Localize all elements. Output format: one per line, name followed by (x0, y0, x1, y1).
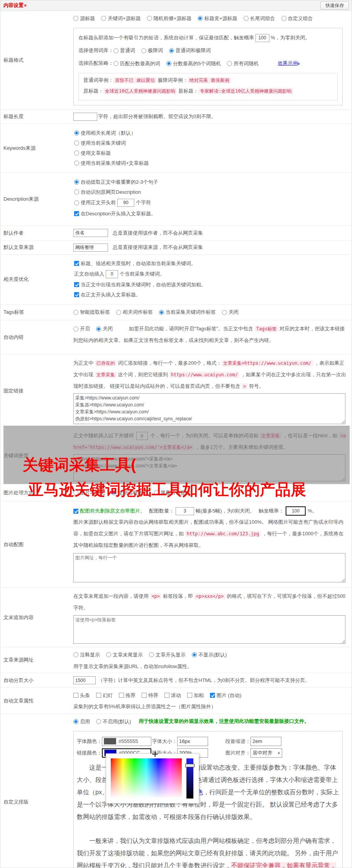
radio-unchecked-icon[interactable] (74, 200, 79, 205)
radio-option[interactable]: 不启用(默认) (96, 717, 131, 726)
radio-option[interactable]: 普通词和极限词 (169, 45, 211, 56)
insert-keyword-count-input[interactable] (106, 270, 118, 278)
slider-handle-icon[interactable] (185, 764, 195, 767)
radio-option[interactable]: 智能提取标签 (73, 308, 110, 317)
checkbox-unchecked-icon[interactable] (119, 693, 124, 698)
radio-unchecked-icon[interactable] (106, 652, 111, 657)
title-length-input[interactable] (73, 113, 97, 121)
checkbox-option[interactable]: 幻灯 (96, 691, 113, 700)
radio-option[interactable]: 相关词作标签 (116, 308, 153, 317)
radio-option[interactable]: 自动提取正文中最重要的2-3个句子 (74, 179, 347, 186)
checkbox-checked-icon[interactable] (74, 282, 79, 287)
radio-checked-icon[interactable] (73, 719, 78, 724)
radio-checked-icon[interactable] (166, 61, 171, 66)
radio-checked-icon[interactable] (192, 652, 197, 657)
collapse-chevron-icon[interactable]: » (23, 4, 28, 7)
radio-option[interactable]: 源标题 (73, 14, 95, 23)
description-insert-title-option[interactable]: 在Description开头插入文章标题。 (74, 210, 347, 217)
radio-checked-icon[interactable] (169, 48, 174, 53)
radio-option[interactable]: 关键词+源标题 (101, 14, 141, 23)
checkbox-checked-icon[interactable] (73, 509, 78, 514)
radio-unchecked-icon[interactable] (73, 327, 78, 332)
radio-unchecked-icon[interactable] (73, 490, 78, 495)
radio-option[interactable]: 启用 (73, 717, 90, 726)
radio-unchecked-icon[interactable] (113, 48, 118, 53)
checkbox-unchecked-icon[interactable] (187, 693, 192, 698)
radio-unchecked-icon[interactable] (73, 16, 78, 21)
radio-unchecked-icon[interactable] (141, 48, 146, 53)
radio-unchecked-icon[interactable] (154, 490, 159, 495)
radio-option[interactable]: 屏蔽所有图片 (154, 488, 191, 497)
description-head-chars-input[interactable] (117, 199, 134, 207)
radio-option[interactable]: 使用远程图片 (111, 488, 148, 497)
image-urls-textarea[interactable] (73, 553, 345, 582)
indent-input[interactable] (250, 737, 281, 746)
default-author-input[interactable] (73, 229, 108, 237)
radio-option[interactable]: 自定义组合 (281, 14, 313, 23)
radio-option[interactable]: 使用相关长尾词（默认） (74, 130, 347, 137)
radio-option[interactable]: 不显示(默认) (192, 650, 227, 660)
radio-option[interactable]: 所有词随机 (227, 58, 259, 69)
radio-option[interactable]: 使用文章标题 (74, 150, 347, 157)
radio-option[interactable]: 图片本地化 (73, 488, 105, 497)
radio-option[interactable]: 普通词 (113, 45, 135, 56)
checkbox-option[interactable]: 推荐 (119, 691, 135, 700)
font-color-swatch[interactable] (104, 738, 116, 744)
checkbox-unchecked-icon[interactable] (164, 693, 169, 698)
radio-unchecked-icon[interactable] (281, 16, 286, 21)
radio-checked-icon[interactable] (74, 130, 79, 135)
relevance-insert-title-option[interactable]: 在正文开头插入文章标题。 (74, 291, 347, 298)
font-color-input[interactable]: #555555 (102, 737, 151, 746)
radio-option[interactable]: 文章末尾显示 (106, 650, 143, 660)
append-content-textarea[interactable] (73, 615, 345, 644)
radio-unchecked-icon[interactable] (116, 310, 121, 315)
default-source-input[interactable] (73, 244, 108, 252)
checkbox-option[interactable]: 特荐 (142, 691, 158, 700)
radio-option[interactable]: 分数最高的5个词随机 (166, 58, 221, 69)
radio-option[interactable]: 文章开头显示 (149, 650, 186, 660)
radio-checked-icon[interactable] (111, 490, 116, 495)
radio-unchecked-icon[interactable] (96, 719, 101, 724)
radio-option[interactable]: 长尾词组合 (244, 14, 275, 23)
radio-unchecked-icon[interactable] (149, 652, 154, 657)
checkbox-checked-icon[interactable] (74, 211, 79, 216)
description-head-chars-option[interactable]: 使用正文开头前 个字符 (74, 199, 347, 207)
checkbox-option[interactable]: 图片 (自动) (210, 691, 241, 700)
quick-save-button[interactable]: 快速保存 (320, 2, 349, 10)
radio-option[interactable]: 使用当前采集关键词 (74, 140, 347, 147)
title-trigger-probability-input[interactable] (256, 34, 269, 42)
radio-option[interactable]: 随机前缀+源标题 (147, 14, 192, 23)
radio-checked-icon[interactable] (74, 179, 79, 184)
relevance-add-keyword-option[interactable]: 标题、描述相关度低时，自动添加当前采集关键词。 (74, 260, 347, 267)
radio-checked-icon[interactable] (159, 310, 164, 315)
image-probability-input-focused[interactable] (286, 506, 306, 516)
radio-unchecked-icon[interactable] (101, 16, 106, 21)
radio-option[interactable]: 关闭 (96, 323, 113, 335)
checkbox-checked-icon[interactable] (210, 693, 215, 698)
checkbox-option[interactable]: 头条 (73, 691, 90, 700)
checkbox-checked-icon[interactable] (74, 292, 79, 297)
radio-option[interactable]: 极限词 (141, 45, 163, 56)
radio-unchecked-icon[interactable] (74, 140, 79, 146)
checkbox-checked-icon[interactable] (74, 261, 79, 266)
radio-unchecked-icon[interactable] (73, 310, 78, 315)
radio-unchecked-icon[interactable] (222, 310, 227, 315)
effect-example-link[interactable]: 效果示例» (278, 60, 300, 66)
radio-unchecked-icon[interactable] (73, 652, 78, 657)
radio-unchecked-icon[interactable] (74, 161, 79, 166)
checkbox-option[interactable]: 加粗 (187, 691, 204, 700)
relevance-bold-keyword-option[interactable]: 当正文中出现当前采集关键词时，自动把该关键词加粗。 (74, 281, 347, 288)
checkbox-option[interactable]: 滚动 (164, 691, 181, 700)
radio-unchecked-icon[interactable] (147, 16, 152, 21)
checkbox-unchecked-icon[interactable] (96, 693, 101, 698)
radio-option[interactable]: 使用当前采集关键词+文章标题 (74, 160, 347, 167)
checkbox-unchecked-icon[interactable] (142, 693, 147, 698)
color-saturation-area[interactable] (111, 758, 182, 799)
radio-checked-icon[interactable] (96, 327, 101, 332)
image-count-input[interactable] (176, 507, 194, 515)
img-align-select[interactable]: 居中对齐 ∨ (250, 748, 282, 758)
radio-unchecked-icon[interactable] (113, 61, 118, 66)
radio-option[interactable]: 开启 (73, 323, 90, 335)
radio-option[interactable]: 当前采集关键词作标签 (159, 308, 216, 317)
font-size-input[interactable] (177, 737, 208, 746)
